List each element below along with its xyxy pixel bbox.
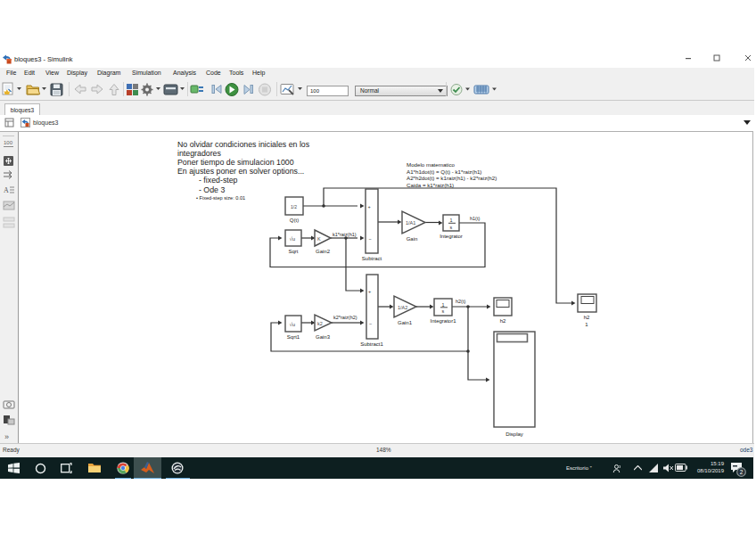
svg-text:s: s xyxy=(442,308,445,314)
svg-text:A1*h1dot(t) = Q(t) - k1*raiz(h: A1*h1dot(t) = Q(t) - k1*raiz(h1) xyxy=(407,168,481,175)
svg-text:+: + xyxy=(368,289,371,294)
svg-text:√u: √u xyxy=(290,236,296,242)
svg-text:h2(t): h2(t) xyxy=(456,299,465,304)
svg-text:1: 1 xyxy=(585,322,588,327)
svg-text:Subtract1: Subtract1 xyxy=(360,341,383,347)
svg-text:Integrator: Integrator xyxy=(440,234,463,239)
svg-text:• Fixed-step size: 0.01: • Fixed-step size: 0.01 xyxy=(196,195,245,201)
svg-text:1/A2: 1/A2 xyxy=(398,305,407,310)
svg-text:Caida = k1*raiz(h1): Caida = k1*raiz(h1) xyxy=(407,182,454,188)
svg-text:+: + xyxy=(368,204,371,209)
svg-text:Q(t): Q(t) xyxy=(290,218,299,223)
svg-text:h2: h2 xyxy=(500,318,506,324)
svg-text:√u: √u xyxy=(290,322,296,327)
svg-text:Display: Display xyxy=(505,431,523,437)
svg-text:K: K xyxy=(317,236,321,242)
svg-text:Gain3: Gain3 xyxy=(316,334,331,340)
svg-text:En ajustes poner en solver opt: En ajustes poner en solver options... xyxy=(177,167,304,176)
svg-text:integradores: integradores xyxy=(177,149,222,158)
svg-text:k2*raiz(h2): k2*raiz(h2) xyxy=(333,315,357,320)
svg-text:2: 2 xyxy=(740,469,744,475)
svg-text:A2*h2dot(t) = k1raiz(h1) - k2*: A2*h2dot(t) = k1raiz(h1) - k2*raiz(h2) xyxy=(407,175,497,181)
svg-text:Poner tiempo de simulacion 100: Poner tiempo de simulacion 1000 xyxy=(177,158,294,167)
svg-text:Modelo matematico: Modelo matematico xyxy=(407,161,456,168)
svg-text:k2: k2 xyxy=(317,321,323,326)
svg-text:1: 1 xyxy=(442,302,445,308)
svg-text:1: 1 xyxy=(450,218,453,223)
svg-text:k1*raiz(h1): k1*raiz(h1) xyxy=(333,232,357,237)
svg-text:- Ode 3: - Ode 3 xyxy=(199,185,225,194)
svg-text:Subtract: Subtract xyxy=(362,256,382,261)
svg-text:Sqrt: Sqrt xyxy=(288,249,298,254)
svg-text:No olvidar condiciones inicial: No olvidar condiciones iniciales en los xyxy=(177,140,310,149)
svg-text:−: − xyxy=(369,321,372,326)
svg-text:−: − xyxy=(369,236,372,242)
svg-text:- fixed-step: - fixed-step xyxy=(199,176,238,185)
svg-text:Gain1: Gain1 xyxy=(398,320,413,325)
svg-text:h1(t): h1(t) xyxy=(470,216,480,221)
svg-text:s: s xyxy=(450,225,453,230)
svg-text:Gain2: Gain2 xyxy=(316,249,331,254)
svg-text:h2: h2 xyxy=(584,315,590,320)
svg-text:Sqrt1: Sqrt1 xyxy=(287,334,300,340)
svg-text:1/A1: 1/A1 xyxy=(406,220,415,226)
svg-text:Integrator1: Integrator1 xyxy=(430,318,456,324)
svg-text:1/2: 1/2 xyxy=(291,204,297,209)
svg-text:Gain: Gain xyxy=(407,236,418,242)
